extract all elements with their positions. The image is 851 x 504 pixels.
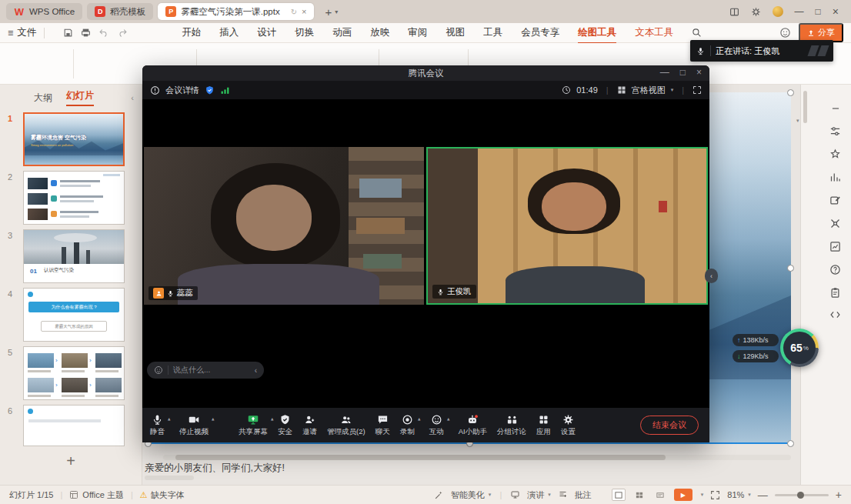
edit-pen-icon[interactable]: [829, 195, 841, 206]
save-icon[interactable]: [63, 28, 73, 38]
quick-chat-bar[interactable]: 说点什么... ‹: [147, 362, 264, 379]
theme-name[interactable]: Office 主题: [82, 489, 124, 501]
video-tile-left[interactable]: 蕊蕊: [144, 147, 424, 305]
present-button[interactable]: 演讲▾: [527, 489, 551, 501]
comment-button[interactable]: 批注: [575, 489, 592, 501]
tab-sync-icon[interactable]: ↻: [291, 8, 297, 16]
tab-slides[interactable]: 幻灯片: [66, 89, 94, 106]
apps-button[interactable]: 应用: [536, 414, 551, 437]
resize-handle-bottom-right[interactable]: [787, 440, 794, 447]
tab-presentation[interactable]: P 雾霾空气污染第一课.pptx ↻ ×: [158, 3, 314, 20]
resize-handle-right-middle[interactable]: [787, 265, 794, 272]
expand-arrows-icon[interactable]: [829, 310, 841, 319]
feedback-smiley-icon[interactable]: [779, 27, 791, 38]
stop-video-button[interactable]: 停止视频▾: [179, 414, 209, 437]
layout-switch-icon[interactable]: [729, 7, 739, 17]
breakout-rooms-button[interactable]: 分组讨论: [497, 414, 526, 437]
horizontal-scrollbar[interactable]: [163, 455, 791, 460]
chat-button[interactable]: 聊天: [375, 414, 390, 437]
normal-view-button[interactable]: [612, 489, 626, 501]
panel-collapse-icon[interactable]: ‹: [131, 93, 134, 102]
menu-slideshow[interactable]: 放映: [370, 26, 389, 39]
menu-drawing-tools[interactable]: 绘图工具: [578, 26, 616, 39]
view-mode-selector[interactable]: 宫格视图: [632, 85, 666, 96]
menu-start[interactable]: 开始: [182, 26, 201, 39]
search-icon[interactable]: [692, 28, 702, 38]
animation-signal-icon[interactable]: [829, 172, 841, 183]
horizontal-scrollbar-thumb[interactable]: [175, 455, 665, 460]
menu-member[interactable]: 会员专享: [521, 26, 559, 39]
tab-docer[interactable]: D 稻壳模板: [87, 3, 153, 20]
manage-members-button[interactable]: 管理成员(2): [327, 414, 365, 437]
zoom-in-button[interactable]: +: [836, 489, 842, 501]
member-avatar[interactable]: [773, 6, 783, 17]
tab-list-chevron-icon[interactable]: ▾: [335, 8, 338, 15]
close-button[interactable]: ×: [833, 5, 839, 18]
fullscreen-icon[interactable]: [692, 85, 702, 95]
mute-button[interactable]: 静音▾: [150, 414, 165, 437]
slide-thumbnail-4[interactable]: 4 为什么会有雾霾出现 ? 雾霾天气形成的原因: [0, 286, 142, 345]
fit-window-icon[interactable]: [710, 490, 720, 500]
slide-thumbnail-3[interactable]: 3 01 认识空气污染: [0, 228, 142, 286]
meeting-minimize-button[interactable]: —: [660, 67, 669, 78]
zoom-slider-handle[interactable]: [797, 492, 804, 499]
invite-button[interactable]: 邀请: [302, 414, 317, 437]
tab-outline[interactable]: 大纲: [34, 92, 52, 105]
minimize-button[interactable]: —: [795, 6, 804, 17]
meeting-title-bar[interactable]: 腾讯会议 — □ ×: [142, 65, 709, 81]
zoom-slider[interactable]: [775, 494, 829, 496]
quick-chat-placeholder[interactable]: 说点什么...: [173, 365, 210, 375]
new-tab-button[interactable]: +: [325, 5, 332, 18]
sidebar-scrollbar-thumb[interactable]: [803, 91, 807, 123]
slide-sorter-view-button[interactable]: [632, 489, 646, 501]
video-tile-right[interactable]: 王俊凯: [426, 147, 708, 305]
meeting-info-label[interactable]: 会议详情: [165, 85, 199, 96]
add-slide-button[interactable]: +: [0, 452, 142, 470]
menu-file[interactable]: 文件: [17, 26, 36, 39]
meeting-close-button[interactable]: ×: [696, 67, 702, 78]
properties-sliders-icon[interactable]: [829, 125, 841, 137]
beautify-star-icon[interactable]: [829, 149, 841, 160]
layers-chart-icon[interactable]: [829, 241, 841, 252]
resize-handle-top-right[interactable]: [787, 89, 794, 96]
canvas-collapse-handle[interactable]: ‹: [705, 269, 718, 283]
menu-review[interactable]: 审阅: [408, 26, 427, 39]
settings-button[interactable]: 设置: [561, 414, 576, 437]
tools-icon[interactable]: [829, 218, 841, 229]
reactions-button[interactable]: 互动▾: [429, 414, 444, 437]
print-icon[interactable]: [81, 28, 91, 38]
smart-beautify-button[interactable]: 智能美化▾: [451, 489, 492, 501]
missing-font-warning[interactable]: 缺失字体: [151, 489, 185, 501]
performance-widget[interactable]: ↑ 138Kb/s ↓ 129Kb/s 65%: [733, 329, 819, 369]
menu-insert[interactable]: 插入: [219, 26, 239, 39]
ai-assistant-button[interactable]: AI小助手: [459, 414, 487, 437]
slide-thumbnail-1[interactable]: 1 雾霾环境危害 空气污染 Smog environment air pollu…: [0, 111, 142, 169]
menu-text-tools[interactable]: 文本工具: [635, 26, 673, 39]
zoom-level[interactable]: 81%▾: [727, 490, 751, 499]
slide-thumbnail-6[interactable]: 6: [0, 403, 142, 448]
meeting-maximize-button[interactable]: □: [680, 67, 686, 78]
slide-thumbnail-5[interactable]: 5 › › › ›: [0, 345, 142, 403]
share-screen-button[interactable]: 共享屏幕▾: [239, 414, 268, 437]
help-icon[interactable]: [829, 264, 841, 275]
menu-design[interactable]: 设计: [257, 26, 276, 39]
slide-thumbnail-2[interactable]: 2: [0, 169, 142, 228]
redo-icon[interactable]: [117, 28, 128, 38]
play-slideshow-button[interactable]: ▶: [674, 489, 692, 501]
chat-collapse-icon[interactable]: ‹: [255, 366, 257, 375]
record-button[interactable]: 录制▾: [400, 414, 415, 437]
performance-ring[interactable]: 65%: [780, 329, 819, 367]
tab-close-icon[interactable]: ×: [302, 7, 306, 16]
menu-animation[interactable]: 动画: [332, 26, 352, 39]
maximize-button[interactable]: □: [816, 6, 821, 17]
menu-transition[interactable]: 切换: [295, 26, 314, 39]
notes-text[interactable]: 亲爱的小朋友们、同学们,大家好!: [145, 462, 285, 475]
end-meeting-button[interactable]: 结束会议: [640, 416, 699, 435]
reading-view-button[interactable]: [653, 489, 667, 501]
security-button[interactable]: 安全: [278, 414, 292, 437]
zoom-out-button[interactable]: —: [758, 489, 768, 501]
collapse-dash-icon[interactable]: [830, 103, 841, 114]
undo-icon[interactable]: [98, 28, 109, 38]
emoji-icon[interactable]: [154, 365, 163, 375]
menu-tools[interactable]: 工具: [483, 26, 502, 39]
